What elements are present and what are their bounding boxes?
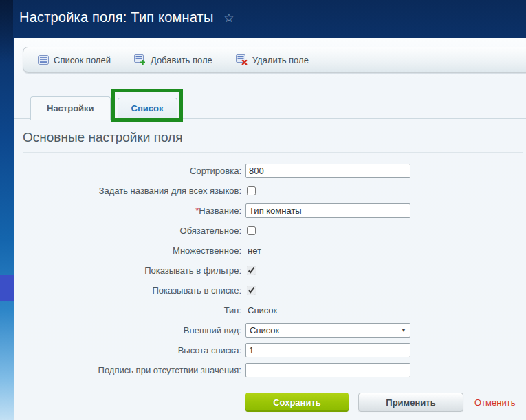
form-row: Подпись при отсутствии значения: [14,360,526,380]
field-label: Задать названия для всех языков: [23,186,245,196]
field-label: Высота списка: [23,345,245,355]
content-panel: Список полей Добавить поле Удалить поле … [14,38,526,420]
page-title: Настройка поля: Тип комнаты ☆ [19,10,234,25]
save-button[interactable]: Сохранить [245,393,349,412]
toolbar-button-label: Добавить поле [151,55,212,65]
form-row: Множественное: нет [14,241,526,261]
mandatory-checkbox[interactable] [247,226,256,235]
field-list-icon [38,55,49,65]
field-label: Обязательное: [23,225,245,236]
tab-label: Настройки [47,103,94,113]
empty-caption-input[interactable] [245,363,410,377]
corner-shade [0,0,13,63]
tab-settings[interactable]: Настройки [30,96,111,120]
dropdown-arrow-icon: ▼ [401,327,406,333]
list-height-input[interactable] [245,343,410,357]
field-label: Множественное: [23,245,245,256]
show-in-filter-checkbox[interactable] [247,266,256,275]
page-title-text: Настройка поля: Тип комнаты [19,10,214,25]
show-in-list-checkbox[interactable] [247,286,256,295]
tab-list-wrap: Список [118,98,177,119]
field-label: Показывать в списке: [23,285,245,296]
all-languages-checkbox[interactable] [247,186,256,195]
field-label: Показывать в фильтре: [23,265,245,276]
tabs: Настройки Список [14,87,526,119]
add-field-icon [134,54,146,65]
type-value: Список [245,305,277,316]
settings-form: Сортировка: Задать названия для всех язы… [14,161,526,380]
form-row: Сортировка: [14,161,526,181]
form-row: Показывать в фильтре: [14,261,526,280]
form-row: Тип: Список [14,300,526,320]
cancel-link[interactable]: Отменить [474,397,515,408]
field-label: Сортировка: [23,166,245,176]
form-row: Обязательное: [14,221,526,241]
appearance-select[interactable]: Список ▼ [245,323,410,338]
name-input[interactable] [245,203,410,218]
form-row: Задать названия для всех языков: [14,181,526,201]
field-label: *Название: [23,206,245,216]
toolbar-button-label: Список полей [54,55,111,65]
form-actions: Сохранить Применить Отменить [245,393,526,412]
field-label: Тип: [23,305,245,316]
sort-input[interactable] [245,164,410,178]
field-label: Внешний вид: [23,325,245,335]
tab-label: Список [131,103,164,113]
sidebar-accent-block [0,275,14,301]
toolbar-button-delete-field[interactable]: Удалить поле [224,47,320,72]
toolbar-button-label: Удалить поле [252,55,309,65]
favorite-star-icon[interactable]: ☆ [223,12,234,25]
toolbar-button-add-field[interactable]: Добавить поле [122,47,224,72]
field-label: Подпись при отсутствии значения: [23,365,245,375]
section-title: Основные настройки поля [23,130,517,145]
form-row: Показывать в списке: [14,280,526,300]
apply-button[interactable]: Применить [358,393,463,412]
tab-list[interactable]: Список [118,98,177,119]
toolbar-button-field-list[interactable]: Список полей [26,47,122,72]
form-row: Высота списка: [14,340,526,360]
delete-field-icon [236,54,248,65]
multiple-value: нет [245,245,261,256]
toolbar: Список полей Добавить поле Удалить поле [23,47,526,73]
form-row: *Название: [14,201,526,221]
selected-option: Список [250,325,279,335]
section-divider [23,152,523,153]
form-row: Внешний вид: Список ▼ [14,320,526,340]
